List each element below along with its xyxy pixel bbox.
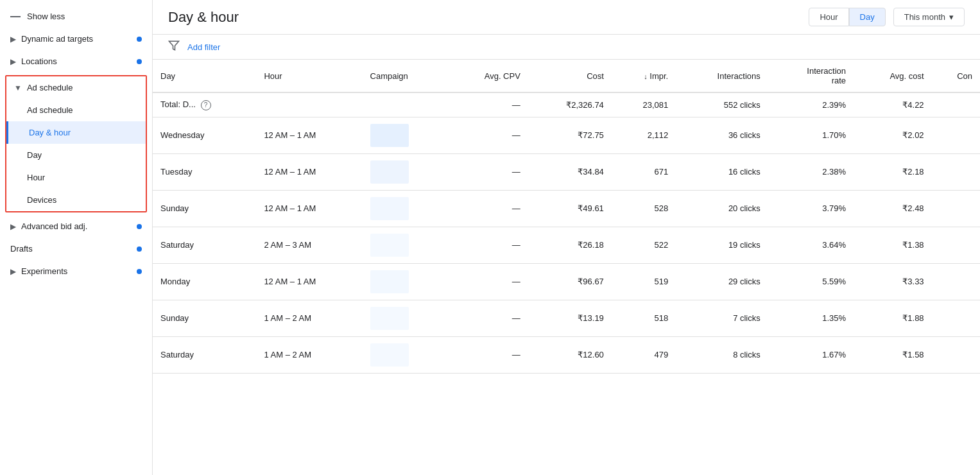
chevron-right-icon: ▶ (10, 267, 16, 276)
chevron-right-icon: ▶ (10, 57, 16, 66)
total-hour (256, 92, 362, 117)
table-total-row: Total: D... ? — ₹2,326.74 23,081 552 cli… (153, 92, 980, 117)
col-header-cost[interactable]: Cost (528, 60, 612, 92)
table-row: Tuesday 12 AM – 1 AM — ₹34.84 671 16 cli… (153, 153, 980, 190)
cell-avg-cpv: — (447, 263, 528, 300)
page-header: Day & hour Hour Day This month ▾ (153, 0, 980, 35)
ad-schedule-group: ▼ Ad schedule Ad schedule Day & hour Day… (5, 75, 147, 212)
total-impr: 23,081 (612, 92, 676, 117)
dot-indicator (137, 269, 142, 274)
cell-campaign (363, 117, 447, 153)
sidebar-item-label: Ad schedule (27, 105, 73, 115)
cell-campaign (363, 227, 447, 263)
cell-hour: 12 AM – 1 AM (256, 190, 362, 227)
sidebar-item-advanced-bid[interactable]: ▶ Advanced bid adj. (0, 215, 152, 238)
sidebar-item-locations[interactable]: ▶ Locations (0, 50, 152, 73)
sidebar-item-label: Devices (27, 195, 56, 205)
cell-hour: 1 AM – 2 AM (256, 300, 362, 336)
col-header-avg-cpv[interactable]: Avg. CPV (447, 60, 528, 92)
dot-indicator (137, 37, 142, 42)
col-header-hour[interactable]: Hour (256, 60, 362, 92)
cell-hour: 12 AM – 1 AM (256, 117, 362, 153)
cell-avg-cost: ₹2.18 (854, 153, 932, 190)
cell-interactions: 29 clicks (676, 263, 768, 300)
cell-conv (932, 336, 980, 373)
cell-conv (932, 263, 980, 300)
cell-day: Saturday (153, 336, 256, 373)
sidebar-item-day-hour[interactable]: Day & hour (6, 121, 146, 144)
cell-day: Sunday (153, 300, 256, 336)
cell-day: Sunday (153, 190, 256, 227)
cell-day: Monday (153, 263, 256, 300)
cell-interaction-rate: 3.79% (768, 190, 854, 227)
cell-cost: ₹12.60 (528, 336, 612, 373)
cell-avg-cpv: — (447, 227, 528, 263)
filter-bar: Add filter (153, 35, 980, 60)
cell-avg-cost: ₹2.48 (854, 190, 932, 227)
date-range-button[interactable]: This month ▾ (893, 8, 965, 26)
cell-interactions: 8 clicks (676, 336, 768, 373)
cell-interactions: 16 clicks (676, 153, 768, 190)
total-cost: ₹2,326.74 (528, 92, 612, 117)
sidebar-item-experiments[interactable]: ▶ Experiments (0, 260, 152, 282)
data-table-container: Day Hour Campaign Avg. CPV Cost ↓ Impr. … (153, 60, 980, 475)
sidebar-item-devices[interactable]: Devices (6, 189, 146, 211)
cell-campaign (363, 190, 447, 227)
cell-conv (932, 227, 980, 263)
help-icon[interactable]: ? (201, 100, 211, 110)
col-header-impr[interactable]: ↓ Impr. (612, 60, 676, 92)
dot-indicator (137, 224, 142, 229)
sidebar-item-ad-schedule[interactable]: Ad schedule (6, 99, 146, 121)
sidebar-item-day[interactable]: Day (6, 144, 146, 166)
table-row: Wednesday 12 AM – 1 AM — ₹72.75 2,112 36… (153, 117, 980, 153)
col-header-campaign[interactable]: Campaign (363, 60, 447, 92)
cell-interaction-rate: 5.59% (768, 263, 854, 300)
sidebar-item-ad-schedule-header[interactable]: ▼ Ad schedule (6, 76, 146, 99)
sidebar-item-label: Ad schedule (27, 83, 73, 92)
col-header-interaction-rate[interactable]: Interactionrate (768, 60, 854, 92)
show-less-button[interactable]: Show less (0, 5, 152, 28)
tab-day[interactable]: Day (849, 8, 886, 26)
cell-cost: ₹72.75 (528, 117, 612, 153)
sidebar-item-dynamic-ad-targets[interactable]: ▶ Dynamic ad targets (0, 28, 152, 50)
cell-avg-cpv: — (447, 153, 528, 190)
cell-conv (932, 190, 980, 227)
cell-campaign (363, 336, 447, 373)
svg-marker-0 (169, 41, 179, 50)
cell-avg-cost: ₹3.33 (854, 263, 932, 300)
sidebar-item-label: Day & hour (29, 128, 71, 137)
sidebar-item-drafts[interactable]: Drafts (0, 238, 152, 260)
cell-interaction-rate: 1.67% (768, 336, 854, 373)
cell-conv (932, 300, 980, 336)
sidebar-item-label: Dynamic ad targets (21, 34, 93, 44)
cell-campaign (363, 263, 447, 300)
table-row: Sunday 12 AM – 1 AM — ₹49.61 528 20 clic… (153, 190, 980, 227)
col-header-conv[interactable]: Con (932, 60, 980, 92)
total-conv (932, 92, 980, 117)
show-less-label: Show less (27, 12, 65, 21)
col-header-interactions[interactable]: Interactions (676, 60, 768, 92)
table-row: Sunday 1 AM – 2 AM — ₹13.19 518 7 clicks… (153, 300, 980, 336)
cell-avg-cost: ₹1.88 (854, 300, 932, 336)
cell-campaign (363, 300, 447, 336)
cell-impr: 671 (612, 153, 676, 190)
table-row: Saturday 2 AM – 3 AM — ₹26.18 522 19 cli… (153, 227, 980, 263)
sidebar-item-label: Hour (27, 173, 45, 182)
col-header-avg-cost[interactable]: Avg. cost (854, 60, 932, 92)
add-filter-button[interactable]: Add filter (187, 42, 220, 52)
sidebar: Show less ▶ Dynamic ad targets ▶ Locatio… (0, 0, 153, 475)
cell-avg-cost: ₹2.02 (854, 117, 932, 153)
total-avg-cpv: — (447, 92, 528, 117)
cell-cost: ₹96.67 (528, 263, 612, 300)
total-interaction-rate: 2.39% (768, 92, 854, 117)
cell-impr: 2,112 (612, 117, 676, 153)
sidebar-item-hour[interactable]: Hour (6, 166, 146, 189)
total-avg-cost: ₹4.22 (854, 92, 932, 117)
dash-icon (10, 16, 21, 17)
tab-hour[interactable]: Hour (809, 8, 848, 26)
cell-conv (932, 153, 980, 190)
sidebar-item-label: Locations (21, 56, 57, 66)
cell-interactions: 36 clicks (676, 117, 768, 153)
cell-cost: ₹13.19 (528, 300, 612, 336)
col-header-day[interactable]: Day (153, 60, 256, 92)
